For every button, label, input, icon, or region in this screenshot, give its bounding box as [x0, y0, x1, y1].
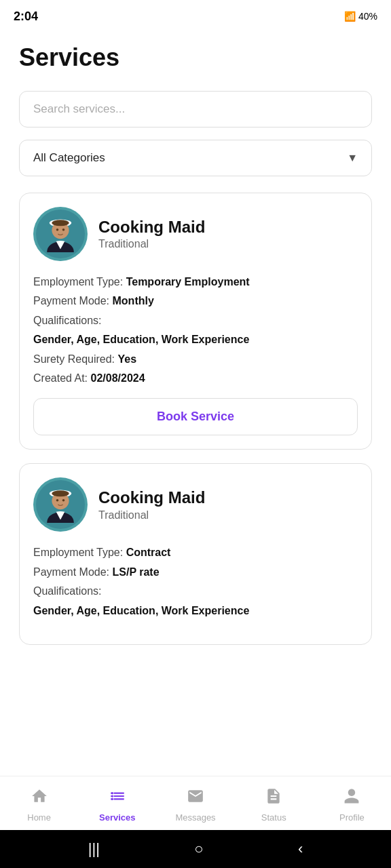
nav-item-profile[interactable]: Profile: [313, 787, 391, 823]
signal-icon: 📶: [344, 11, 356, 22]
nav-label-status: Status: [261, 812, 286, 823]
svg-point-12: [56, 499, 59, 502]
card-title-group-0: Cooking Maid Traditional: [98, 218, 205, 251]
svg-point-5: [56, 229, 59, 231]
category-label: All Categories: [33, 151, 105, 165]
nav-label-services: Services: [99, 812, 136, 823]
nav-item-services[interactable]: Services: [78, 787, 156, 823]
android-recents-icon[interactable]: |||: [88, 840, 100, 858]
service-card-0: Cooking Maid Traditional Employment Type…: [19, 193, 372, 450]
service-name-0: Cooking Maid: [98, 218, 205, 237]
service-type-0: Traditional: [98, 238, 205, 250]
chevron-down-icon: ▼: [347, 152, 358, 164]
maid-avatar-0: [33, 207, 88, 261]
status-icon: [265, 787, 282, 810]
card-header-0: Cooking Maid Traditional: [33, 207, 358, 261]
employment-type-1: Employment Type: Contract: [33, 545, 358, 560]
category-dropdown[interactable]: All Categories ▼: [19, 140, 372, 176]
payment-mode-1: Payment Mode: LS/P rate: [33, 565, 358, 580]
status-time: 2:04: [14, 9, 38, 24]
profile-icon: [343, 787, 360, 810]
battery-level: 40%: [358, 11, 377, 22]
svg-point-14: [111, 792, 113, 794]
service-card-1: Cooking Maid Traditional Employment Type…: [19, 463, 372, 645]
card-title-group-1: Cooking Maid Traditional: [98, 488, 205, 521]
status-bar: 2:04 📶 40%: [0, 0, 391, 30]
service-type-1: Traditional: [98, 509, 205, 521]
search-container: [19, 91, 372, 127]
card-details-0: Employment Type: Temporary Employment Pa…: [33, 275, 358, 386]
payment-mode-0: Payment Mode: Monthly: [33, 294, 358, 309]
svg-point-16: [111, 797, 113, 800]
svg-point-13: [62, 499, 65, 502]
svg-point-11: [52, 491, 69, 497]
nav-label-messages: Messages: [175, 812, 215, 823]
android-home-icon[interactable]: ○: [194, 840, 203, 858]
card-header-1: Cooking Maid Traditional: [33, 477, 358, 532]
service-name-1: Cooking Maid: [98, 488, 205, 508]
services-icon: [109, 787, 126, 810]
qualifications-value-1: Gender, Age, Education, Work Experience: [33, 604, 358, 618]
created-at-0: Created At: 02/08/2024: [33, 371, 358, 386]
status-icons: 📶 40%: [344, 11, 377, 22]
page-title: Services: [19, 43, 372, 72]
employment-type-0: Employment Type: Temporary Employment: [33, 275, 358, 290]
search-input[interactable]: [19, 91, 372, 127]
surety-0: Surety Required: Yes: [33, 352, 358, 367]
nav-item-status[interactable]: Status: [235, 787, 313, 823]
svg-point-15: [111, 795, 113, 797]
qualifications-value-0: Gender, Age, Education, Work Experience: [33, 332, 358, 347]
nav-label-home: Home: [27, 812, 51, 823]
card-details-1: Employment Type: Contract Payment Mode: …: [33, 545, 358, 618]
qualifications-label-1: Qualifications:: [33, 584, 358, 599]
android-back-icon[interactable]: ‹: [298, 840, 303, 858]
svg-point-6: [62, 229, 65, 231]
qualifications-label-0: Qualifications:: [33, 313, 358, 328]
nav-label-profile: Profile: [339, 812, 365, 823]
svg-point-4: [52, 220, 69, 226]
bottom-nav: Home Services Messages Status: [0, 776, 391, 830]
maid-avatar-1: [33, 477, 88, 532]
nav-item-messages[interactable]: Messages: [156, 787, 234, 823]
android-nav-bar: ||| ○ ‹: [0, 830, 391, 868]
messages-icon: [187, 787, 204, 810]
main-content: Services All Categories ▼: [0, 30, 391, 776]
nav-item-home[interactable]: Home: [0, 787, 78, 823]
book-service-button-0[interactable]: Book Service: [33, 398, 358, 435]
home-icon: [31, 787, 48, 810]
